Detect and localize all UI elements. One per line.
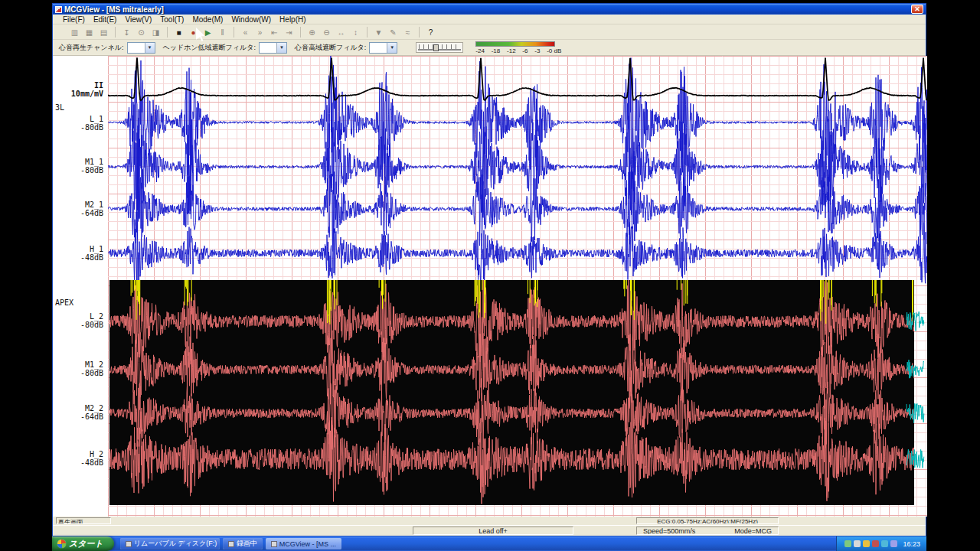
taskbar-button-icon: [228, 541, 234, 547]
taskbar-button-label: 録画中: [237, 539, 257, 549]
tray-icon-5[interactable]: [881, 540, 888, 547]
marker-icon[interactable]: ▼: [372, 26, 385, 37]
db-tick: -18: [492, 47, 501, 54]
toolbar-separator: [115, 27, 116, 37]
menubar: File(F)Edit(E)View(V)Tool(T)Mode(M)Windo…: [53, 15, 926, 24]
taskbar-button-label: MCGView - [MS ...: [279, 540, 336, 548]
tray-icon-4[interactable]: [872, 540, 879, 547]
taskbar-clock: 16:23: [903, 540, 920, 548]
db-scale: -24-18-12-6-3-0 dB: [475, 47, 561, 54]
channel-label-m12: M1_2-80dB: [80, 360, 103, 377]
statusbar-bottom: Lead off+ Speed=500mm/s Mode=MCG: [53, 525, 926, 536]
volume-slider[interactable]: [416, 42, 463, 53]
waveform-canvas[interactable]: [108, 56, 927, 517]
window-title: MCGView - [MS mitralearly]: [64, 5, 164, 14]
chevron-down-icon: ▼: [145, 43, 155, 53]
controls-bar: 心音再生チャンネル: ▼ ヘッドホン低域遮断フィルタ: ▼ 心音高域遮断フィルタ…: [53, 40, 926, 56]
channel-label-l2: L_2-80dB: [80, 312, 103, 329]
db-tick: -0 dB: [547, 47, 561, 54]
jump-start-icon[interactable]: ⇤: [268, 26, 281, 37]
site1-label: 3L: [55, 103, 64, 112]
tray-icon-2[interactable]: [854, 540, 861, 547]
site2-label: APEX: [55, 298, 74, 307]
tray-icon-3[interactable]: [863, 540, 870, 547]
print-icon[interactable]: ▤: [97, 26, 110, 37]
menu-edite[interactable]: Edit(E): [90, 15, 121, 24]
chevron-down-icon: ▼: [387, 43, 397, 53]
play-channel-select[interactable]: ▼: [127, 42, 155, 54]
channel-label-m22: M2_2-64dB: [80, 404, 103, 421]
tray-icon-1[interactable]: [844, 540, 851, 547]
menu-helph[interactable]: Help(H): [276, 15, 309, 24]
taskbar-buttons: リムーバブル ディスク(F:)録画中MCGView - [MS ...: [120, 538, 341, 549]
start-button[interactable]: スタート: [52, 536, 114, 551]
db-tick: -12: [507, 47, 516, 54]
highcut-filter-select[interactable]: ▼: [369, 42, 397, 54]
system-tray: 16:23: [836, 536, 926, 551]
menu-modem[interactable]: Mode(M): [188, 15, 227, 24]
toolbar-separator: [234, 27, 234, 37]
zoom-in-icon[interactable]: ⊕: [305, 26, 318, 37]
search-icon[interactable]: ⊙: [135, 26, 148, 37]
annotate-icon[interactable]: ✎: [387, 26, 400, 37]
hscale-icon[interactable]: ↔: [335, 26, 348, 37]
taskbar: スタート リムーバブル ディスク(F:)録画中MCGView - [MS ...…: [52, 536, 926, 551]
filter-icon[interactable]: ≈: [401, 26, 414, 37]
toolbar-separator: [367, 27, 368, 37]
play-channel-label: 心音再生チャンネル:: [59, 43, 124, 53]
menu-toolt[interactable]: Tool(T): [156, 15, 188, 24]
forward-icon[interactable]: »: [253, 26, 266, 37]
menu-filef[interactable]: File(F): [59, 15, 89, 24]
jump-end-icon[interactable]: ⇥: [283, 26, 296, 37]
rewind-icon[interactable]: «: [239, 26, 252, 37]
taskbar-button[interactable]: 録画中: [223, 538, 263, 549]
toolbar: ▥▦▤↧⊙◨■●▶‖«»⇤⇥⊕⊖↔↕▼✎≈?: [53, 24, 926, 40]
taskbar-button[interactable]: リムーバブル ディスク(F:): [120, 538, 220, 549]
lowcut-filter-select[interactable]: ▼: [259, 42, 287, 54]
vscale-icon[interactable]: ↕: [349, 26, 362, 37]
status-view-mode: 再生画面: [56, 517, 111, 524]
menu-viewv[interactable]: View(V): [121, 15, 155, 24]
toolbar-separator: [300, 27, 301, 37]
status-speed-mode: Speed=500mm/s Mode=MCG: [636, 527, 779, 535]
channel-labels: II 10mm/mV 3L L_1-80dB M1_1-80dB M2_1-64…: [53, 56, 108, 517]
mcgview-window: MCGView - [MS mitralearly] ✕ File(F)Edit…: [52, 3, 926, 536]
statusbar-top: 再生画面 ECG:0.05-75Hz;AC(60Hz);MF(25Hz): [53, 517, 926, 525]
settings-icon[interactable]: ◨: [149, 26, 162, 37]
level-meter: -24-18-12-6-3-0 dB: [475, 41, 561, 54]
start-button-label: スタート: [69, 538, 103, 549]
db-tick: -3: [534, 47, 540, 54]
channel-label-h1: H_1-48dB: [80, 245, 103, 262]
chart-area: II 10mm/mV 3L L_1-80dB M1_1-80dB M2_1-64…: [53, 56, 926, 517]
status-ecg-filter: ECG:0.05-75Hz;AC(60Hz);MF(25Hz): [636, 517, 779, 524]
slider-track: [418, 49, 461, 51]
close-button[interactable]: ✕: [911, 5, 923, 14]
status-speed: Speed=500mm/s: [643, 527, 695, 534]
status-lead-off: Lead off+: [413, 527, 573, 535]
help-icon[interactable]: ?: [424, 26, 437, 37]
channel-label-h2: H_2-48dB: [80, 450, 103, 467]
status-mode: Mode=MCG: [734, 527, 772, 534]
db-tick: -6: [522, 47, 528, 54]
chevron-down-icon: ▼: [276, 43, 286, 53]
db-tick: -24: [475, 47, 485, 54]
channel-label-m21: M2_1-64dB: [80, 201, 103, 217]
slider-thumb[interactable]: [433, 44, 439, 51]
export-icon[interactable]: ↧: [120, 26, 133, 37]
highcut-filter-label: 心音高域遮断フィルタ:: [295, 43, 366, 53]
tray-icon-6[interactable]: [890, 540, 897, 547]
stop-icon[interactable]: ■: [172, 26, 185, 37]
open-icon[interactable]: ▥: [68, 26, 81, 37]
taskbar-button[interactable]: MCGView - [MS ...: [266, 538, 341, 549]
channel-label-m11: M1_1-80dB: [80, 158, 103, 174]
taskbar-button-icon: [271, 541, 277, 547]
lowcut-filter-label: ヘッドホン低域遮断フィルタ:: [163, 43, 256, 53]
menu-windoww[interactable]: Window(W): [227, 15, 275, 24]
pause-icon[interactable]: ‖: [216, 26, 229, 37]
titlebar: MCGView - [MS mitralearly] ✕: [53, 4, 926, 15]
toolbar-separator: [419, 27, 420, 37]
toolbar-separator: [167, 27, 168, 37]
save-icon[interactable]: ▦: [83, 26, 96, 37]
zoom-out-icon[interactable]: ⊖: [320, 26, 333, 37]
channel-label-l1: L_1-80dB: [80, 115, 103, 132]
